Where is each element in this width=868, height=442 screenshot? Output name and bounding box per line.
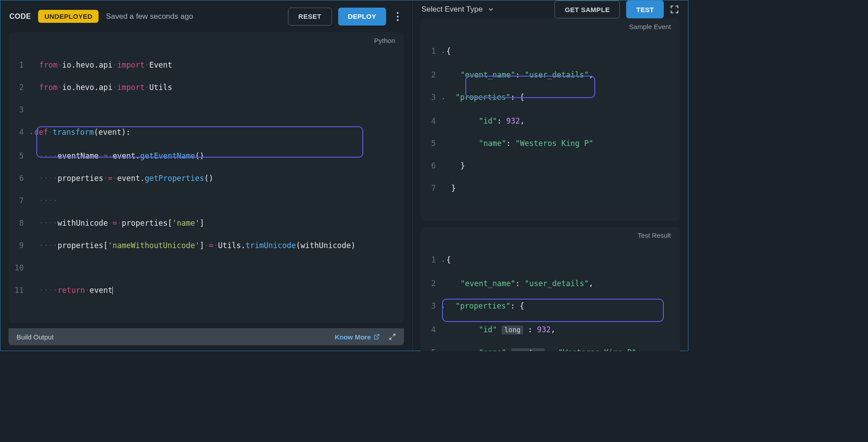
deploy-button[interactable]: DEPLOY xyxy=(338,8,386,26)
more-menu-icon[interactable] xyxy=(392,12,403,21)
code-editor-panel: Python 1 from·io.hevo.api·import·Event 2… xyxy=(9,32,404,323)
know-more-link[interactable]: Know More xyxy=(335,333,380,341)
test-button[interactable]: TEST xyxy=(626,0,664,18)
external-link-icon xyxy=(374,334,380,340)
code-editor[interactable]: 1 from·io.hevo.api·import·Event 2 from·i… xyxy=(9,47,404,323)
build-output-label: Build Output xyxy=(17,333,54,341)
sample-event-title: Sample Event xyxy=(629,23,671,33)
code-label: CODE xyxy=(9,13,31,21)
reset-button[interactable]: RESET xyxy=(288,8,332,26)
test-result-title: Test Result xyxy=(638,232,671,241)
saved-text: Saved a few seconds ago xyxy=(106,12,193,21)
sample-event-json[interactable]: 1▾{ 2 "event_name": "user_details", 3▾ "… xyxy=(421,33,680,221)
get-sample-button[interactable]: GET SAMPLE xyxy=(554,0,620,18)
language-label: Python xyxy=(374,37,395,47)
chevron-down-icon xyxy=(487,6,494,13)
test-result-panel: Test Result 1▾{ 2 "event_name": "user_de… xyxy=(421,227,680,351)
event-type-dropdown[interactable]: Select Event Type xyxy=(421,5,494,14)
right-toolbar: Select Event Type GET SAMPLE TEST xyxy=(413,0,688,18)
expand-icon[interactable] xyxy=(389,333,396,340)
svg-line-0 xyxy=(376,335,379,337)
test-result-json[interactable]: 1▾{ 2 "event_name": "user_details", 3▾ "… xyxy=(421,241,680,351)
build-output-bar[interactable]: Build Output Know More xyxy=(9,328,404,345)
sample-event-panel: Sample Event 1▾{ 2 "event_name": "user_d… xyxy=(421,18,680,221)
left-toolbar: CODE UNDEPLOYED Saved a few seconds ago … xyxy=(0,0,412,32)
status-badge: UNDEPLOYED xyxy=(38,10,99,23)
fullscreen-icon[interactable] xyxy=(670,5,679,14)
